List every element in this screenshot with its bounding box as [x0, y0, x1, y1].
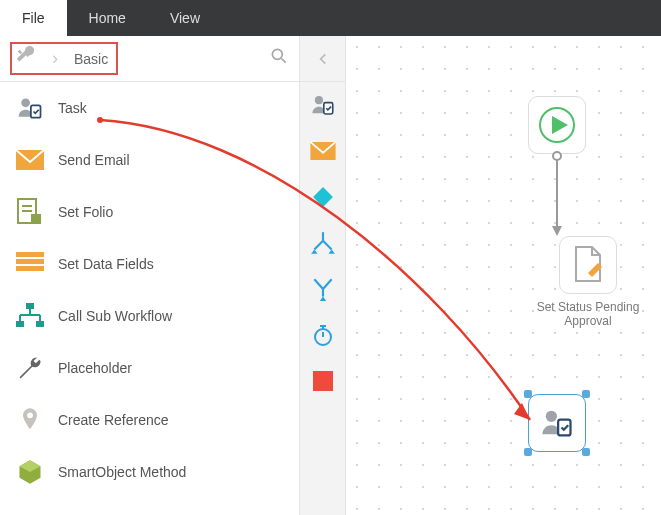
merge-icon: [310, 276, 336, 302]
sidebar-item-label: Create Reference: [58, 412, 169, 428]
sub-workflow-icon: [16, 302, 44, 330]
mini-toolbar: [300, 36, 346, 515]
reference-icon: [16, 406, 44, 434]
sidebar-item-label: Call Sub Workflow: [58, 308, 172, 324]
start-icon: [528, 96, 586, 154]
sidebar-item-label: SmartObject Method: [58, 464, 186, 480]
node-task-drop[interactable]: [528, 394, 586, 452]
steps-sidebar: › Basic Task Send Email: [0, 36, 300, 515]
svg-line-30: [323, 279, 332, 289]
wrench-icon: [16, 354, 44, 382]
svg-line-1: [282, 59, 286, 63]
toolbar-timer[interactable]: [300, 312, 346, 358]
main-area: › Basic Task Send Email: [0, 36, 661, 515]
svg-marker-32: [319, 297, 326, 301]
sidebar-item-label: Send Email: [58, 152, 130, 168]
collapse-sidebar-button[interactable]: [300, 36, 345, 82]
tab-file-label: File: [22, 10, 45, 26]
svg-rect-10: [16, 259, 44, 264]
folio-icon: [16, 198, 44, 226]
diamond-icon: [309, 183, 337, 211]
toolbar-merge[interactable]: [300, 266, 346, 312]
stop-icon: [313, 371, 333, 391]
svg-rect-9: [16, 252, 44, 257]
svg-point-19: [27, 412, 33, 418]
sidebar-item-label: Task: [58, 100, 87, 116]
svg-marker-41: [552, 226, 562, 236]
svg-point-0: [272, 49, 282, 59]
toolbar-send-email[interactable]: [300, 128, 346, 174]
svg-marker-27: [311, 250, 318, 254]
toolbar-stop[interactable]: [300, 358, 346, 404]
split-icon: [310, 230, 336, 256]
document-icon: [559, 236, 617, 294]
breadcrumb-bar: › Basic: [0, 36, 299, 82]
tab-file[interactable]: File: [0, 0, 67, 36]
data-fields-icon: [16, 250, 44, 278]
node-set-status[interactable]: Set Status Pending Approval: [528, 236, 648, 329]
svg-rect-44: [558, 420, 570, 436]
breadcrumb-current[interactable]: Basic: [74, 51, 108, 67]
svg-rect-13: [16, 321, 24, 327]
chevron-left-icon: [316, 52, 330, 66]
tab-view-label: View: [170, 10, 200, 26]
workflow-canvas[interactable]: Set Status Pending Approval: [346, 36, 661, 515]
timer-icon: [311, 323, 335, 347]
svg-point-2: [21, 98, 30, 107]
envelope-icon: [16, 146, 44, 174]
svg-rect-37: [313, 371, 333, 391]
sidebar-item-smartobject-method[interactable]: SmartObject Method: [0, 446, 299, 498]
svg-line-26: [323, 241, 332, 250]
sidebar-item-placeholder[interactable]: Placeholder: [0, 342, 299, 394]
toolbar-decision[interactable]: [300, 174, 346, 220]
steps-list: Task Send Email Set Folio Set Data Field…: [0, 82, 299, 498]
svg-marker-39: [552, 116, 568, 134]
node-start[interactable]: [528, 96, 586, 154]
toolbar-task[interactable]: [300, 82, 346, 128]
search-icon[interactable]: [269, 46, 289, 71]
sidebar-item-label: Placeholder: [58, 360, 132, 376]
tools-root-icon[interactable]: [14, 46, 36, 71]
sidebar-item-set-data-fields[interactable]: Set Data Fields: [0, 238, 299, 290]
task-icon: [16, 94, 44, 122]
tab-home-label: Home: [89, 10, 126, 26]
sidebar-item-set-folio[interactable]: Set Folio: [0, 186, 299, 238]
sidebar-item-label: Set Folio: [58, 204, 113, 220]
breadcrumb-highlight: › Basic: [10, 42, 118, 75]
svg-rect-21: [323, 103, 332, 114]
svg-line-25: [314, 241, 323, 250]
smartobject-icon: [16, 458, 44, 486]
svg-rect-14: [36, 321, 44, 327]
svg-line-29: [314, 279, 323, 289]
svg-point-20: [314, 96, 322, 104]
breadcrumb-separator-icon: ›: [52, 48, 58, 69]
toolbar-split[interactable]: [300, 220, 346, 266]
node-caption: Set Status Pending Approval: [528, 300, 648, 329]
top-menu-bar: File Home View: [0, 0, 661, 36]
svg-rect-8: [31, 214, 41, 224]
tab-view[interactable]: View: [148, 0, 222, 36]
sidebar-item-send-email[interactable]: Send Email: [0, 134, 299, 186]
svg-point-43: [546, 411, 557, 422]
tab-home[interactable]: Home: [67, 0, 148, 36]
sidebar-item-create-reference[interactable]: Create Reference: [0, 394, 299, 446]
sidebar-item-label: Set Data Fields: [58, 256, 154, 272]
svg-rect-11: [16, 266, 44, 271]
svg-rect-3: [31, 105, 41, 117]
svg-rect-23: [313, 187, 333, 207]
task-icon: [528, 394, 586, 452]
svg-rect-12: [26, 303, 34, 309]
sidebar-item-call-sub-workflow[interactable]: Call Sub Workflow: [0, 290, 299, 342]
sidebar-item-task[interactable]: Task: [0, 82, 299, 134]
svg-marker-28: [328, 250, 335, 254]
